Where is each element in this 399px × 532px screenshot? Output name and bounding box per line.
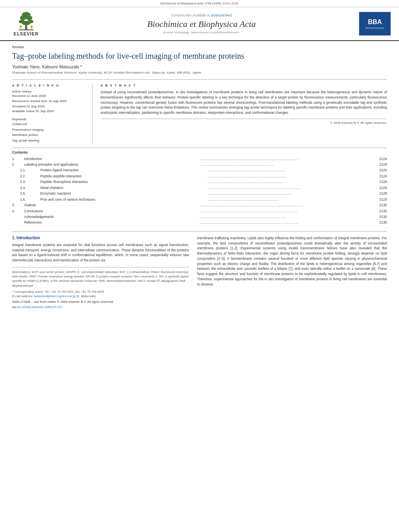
toc-page: 2130 [375,202,387,208]
bba-logo-text: BBA [368,18,382,26]
available-date: Available online 30 July 2009 [12,109,86,114]
history-label: Article history: [12,90,86,93]
article-info-title: A R T I C L E I N F O [12,84,86,87]
doi-label: doi: [12,305,17,309]
abbreviations-text: ACP, acyl carrier protein; eDHFR, E. col… [12,270,189,288]
toc-item: 2.6.Pros and cons of various techniques.… [12,197,387,202]
toc-page: 2126 [375,179,387,185]
article-info-abstract: A R T I C L E I N F O Article history: R… [12,79,387,144]
toc-num: 2.2. [20,173,40,179]
body-left: 1. Introduction Integral membrane protei… [12,236,189,309]
svg-point-10 [31,25,33,27]
abstract-section: A B S T R A C T Instead of using reconst… [101,84,387,144]
body-section: 1. Introduction Integral membrane protei… [12,231,387,309]
intro-left-paragraph: Integral membrane proteins are essential… [12,242,189,263]
corresponding-author: * Corresponding author. Tel.: +81 75 753… [12,290,189,294]
toc-dots: ........................................… [200,208,373,214]
svg-point-8 [20,25,22,27]
toc-item: 2.3.Peptide–fluorophore interaction ....… [12,179,387,185]
toc-item: 4.Conclusions ..........................… [12,208,387,214]
keywords-section: Keywords: Coiled-coil Fluorescence imagi… [12,117,86,143]
toc-num: 2. [12,162,24,167]
corresponding-author-text: * Corresponding author. Tel.: +81 75 753… [12,290,105,294]
journal-header: ELSEVIER Contents lists available at Sci… [0,7,399,41]
toc-dots: ........................................… [208,167,373,173]
elsevier-tree-icon [14,11,38,31]
toc-label: Peptide–peptide interaction [40,173,206,179]
footnote-section: Abbreviations: ACP, acyl carrier protein… [12,267,189,309]
toc-page: 2130 [375,214,387,220]
article-title: Tag–probe labeling methods for live-cell… [12,51,387,61]
keyword-2: Fluorescence imaging [12,127,86,133]
toc-dots: ........................................… [200,202,373,208]
svg-point-2 [20,16,27,20]
toc-item: Acknowledgements .......................… [12,214,387,220]
svg-point-3 [26,16,32,20]
toc-item: 2.2.Peptide–peptide interaction ........… [12,173,387,179]
toc-label: Protein–ligand interaction [40,167,206,173]
section-1-heading: 1. Introduction [12,236,189,240]
issn-text: 0005-2736/$ – see front matter © 2009 El… [12,300,114,304]
toc-dots: ........................................… [200,162,373,167]
svg-rect-0 [25,25,27,30]
top-bar: Biochimica et Biophysica Acta 1788 (2009… [0,0,399,7]
main-content: Review Tag–probe labeling methods for li… [0,41,399,313]
toc-item: 1.Introduction .........................… [12,156,387,162]
elsevier-brand-text: ELSEVIER [14,31,39,36]
email-line: E-mail address: katsumin@pharm.kyoto-u.a… [12,294,189,298]
toc-label: Introduction [24,156,198,162]
toc-label: Labeling principles and applications [24,162,198,167]
journal-title-block: Contents lists available at ScienceDirec… [44,13,359,34]
accepted-date: Accepted 23 July 2009 [12,104,86,109]
toc-num: 3. [12,202,24,208]
issn-line: 0005-2736/$ – see front matter © 2009 El… [12,300,189,304]
toc-page: 2125 [375,162,387,167]
toc-dots: ........................................… [208,197,373,202]
abbreviations: Abbreviations: ACP, acyl carrier protein… [12,270,189,288]
sciencedirect-link[interactable]: ScienceDirect [211,13,232,17]
toc-label: Conclusions [24,208,198,214]
doi-link[interactable]: 10.1016/j.bbamem.2009.07.017 [17,305,63,309]
toc-dots: ........................................… [208,179,373,185]
toc-dots: ........................................… [208,185,373,191]
toc-page: 2128 [375,191,387,196]
email-label: E-mail address: [12,294,33,298]
body-right-text: membrane trafficking machinery. Lipids a… [197,236,387,287]
journal-name: Biochimica et Biophysica Acta [44,19,359,29]
keywords-list: Coiled-coil Fluorescence imaging Membran… [12,121,86,143]
toc-dots: ........................................… [200,220,373,225]
email-note: (K. Matsuzaki). [76,294,97,298]
toc-item: 2.Labeling principles and applications .… [12,162,387,167]
toc-num: 2.6. [20,197,40,202]
toc-label: Pros and cons of various techniques. [40,197,206,202]
copyright-line: © 2009 Elsevier B.V. All rights reserved… [101,119,387,125]
toc-page: 2129 [375,197,387,202]
keyword-4: Tag–probe labeling [12,138,86,144]
keywords-label: Keywords: [12,117,86,121]
toc-item: 2.5.Enzymatic reactions ................… [12,191,387,196]
toc-page: 2130 [375,220,387,225]
elsevier-logo: ELSEVIER [8,11,44,36]
toc-item: References .............................… [12,220,387,225]
toc-page: 2124 [375,156,387,162]
toc-dots: ........................................… [200,214,373,220]
sciencedirect-label: Contents lists available at ScienceDirec… [44,13,359,17]
toc-num: 2.5. [20,191,40,196]
toc-page: 2126 [375,185,387,191]
toc-num: 1. [12,156,24,162]
svg-point-6 [22,21,31,25]
svg-rect-7 [19,29,33,30]
toc-page: 2126 [375,173,387,179]
toc-list: 1.Introduction .........................… [12,156,387,226]
toc-dots: ........................................… [200,156,373,162]
toc-label: References [24,220,198,225]
toc-dots: ........................................… [208,173,373,179]
bba-logo-sub: Biomembranes [365,27,384,29]
toc-item: 2.4.Metal chelation ....................… [12,185,387,191]
keyword-1: Coiled-coil [12,121,86,127]
revised-date: Received in revised form 16 July 2009 [12,99,86,104]
abbreviations-label: Abbreviations: [12,270,31,274]
toc-num: 2.3. [20,179,40,185]
toc-label: Enzymatic reactions [40,191,206,196]
toc-page: 2125 [375,167,387,173]
